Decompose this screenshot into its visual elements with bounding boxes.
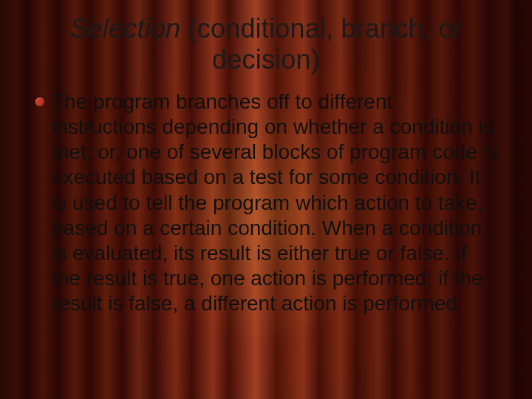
bullet-icon	[35, 98, 44, 106]
body-paragraph: The program branches off to different in…	[52, 89, 499, 316]
slide-container: Selection (conditional, branch, or decis…	[0, 0, 532, 399]
bullet-row: The program branches off to different in…	[28, 89, 504, 316]
title-emphasis: Selection	[69, 13, 180, 44]
slide-title: Selection (conditional, branch, or decis…	[28, 13, 504, 76]
title-rest: (conditional, branch, or decision)	[180, 13, 462, 75]
